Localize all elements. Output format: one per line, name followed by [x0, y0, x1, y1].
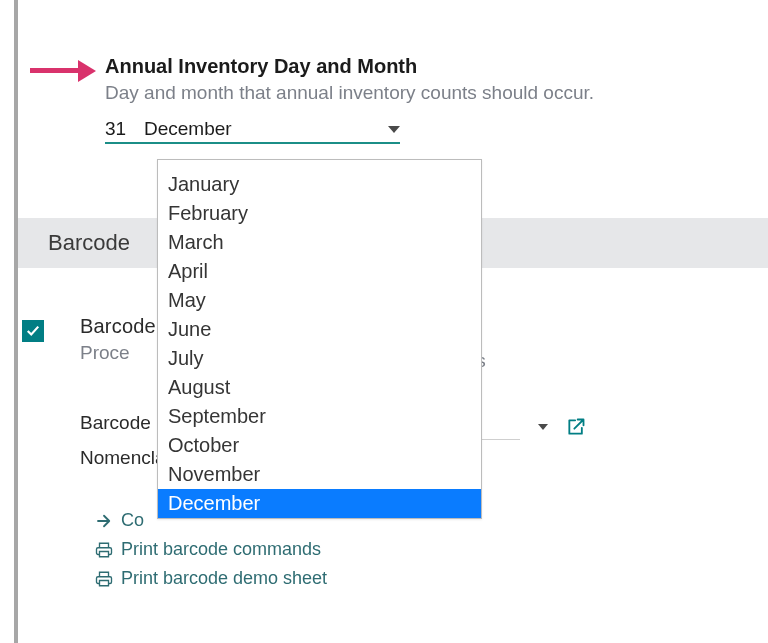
barcode-nomenclature-label: Barcode: [80, 412, 151, 434]
barcode-scanner-block: Barcode Proce: [80, 315, 156, 384]
setting-title: Annual Inventory Day and Month: [105, 55, 594, 78]
chevron-down-icon: [538, 424, 548, 430]
month-option-april[interactable]: April: [158, 257, 481, 286]
vertical-scroll-indicator: [14, 0, 18, 643]
link-label: Co: [121, 510, 144, 531]
month-option-august[interactable]: August: [158, 373, 481, 402]
month-option-february[interactable]: February: [158, 199, 481, 228]
arrow-right-icon: [95, 512, 113, 530]
month-option-december[interactable]: December: [158, 489, 481, 518]
month-option-january[interactable]: January: [158, 170, 481, 199]
printer-icon: [95, 541, 113, 559]
day-month-selector[interactable]: 31 December: [105, 118, 400, 144]
print-demo-link[interactable]: Print barcode demo sheet: [95, 568, 327, 589]
print-commands-link[interactable]: Print barcode commands: [95, 539, 327, 560]
barcode-scanner-title: Barcode: [80, 315, 156, 338]
month-option-june[interactable]: June: [158, 315, 481, 344]
check-icon: [26, 324, 40, 338]
link-label: Print barcode demo sheet: [121, 568, 327, 589]
barcode-links: Co Print barcode commands Print barcode …: [95, 510, 327, 589]
link-label: Print barcode commands: [121, 539, 321, 560]
external-link-icon[interactable]: [566, 417, 586, 437]
callout-arrow: [30, 60, 100, 80]
month-dropdown[interactable]: JanuaryFebruaryMarchAprilMayJuneJulyAugu…: [157, 159, 482, 519]
section-title: Barcode: [48, 230, 130, 255]
month-option-september[interactable]: September: [158, 402, 481, 431]
month-option-july[interactable]: July: [158, 344, 481, 373]
barcode-scanner-checkbox[interactable]: [22, 320, 44, 342]
barcode-scanner-description: Proce: [80, 342, 156, 364]
printer-icon: [95, 570, 113, 588]
chevron-down-icon: [388, 126, 400, 133]
month-option-october[interactable]: October: [158, 431, 481, 460]
month-select-value[interactable]: December: [144, 118, 374, 140]
month-option-may[interactable]: May: [158, 286, 481, 315]
month-option-november[interactable]: November: [158, 460, 481, 489]
month-option-march[interactable]: March: [158, 228, 481, 257]
setting-description: Day and month that annual inventory coun…: [105, 82, 594, 104]
annual-inventory-setting: Annual Inventory Day and Month Day and m…: [105, 55, 594, 144]
day-input[interactable]: 31: [105, 118, 130, 140]
